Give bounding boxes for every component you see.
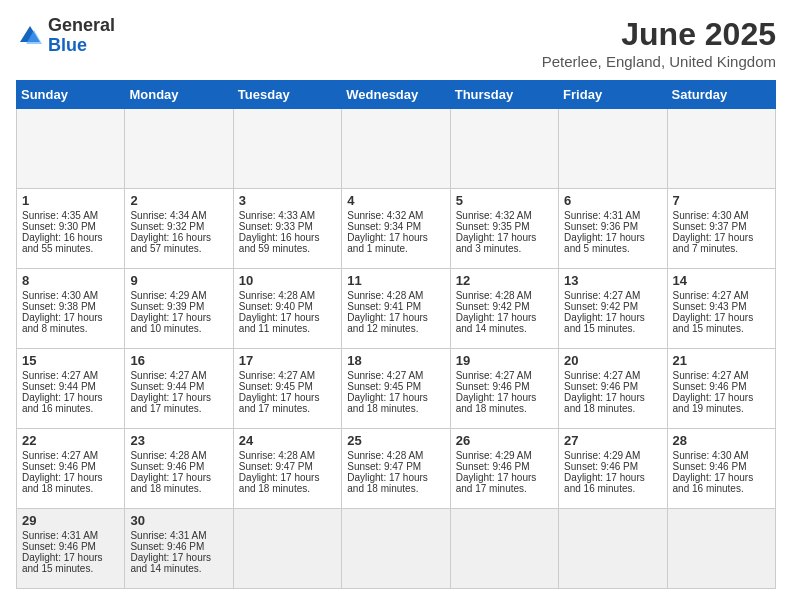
day-number: 17 [239,353,336,368]
calendar-cell [667,509,775,589]
calendar-header-row: SundayMondayTuesdayWednesdayThursdayFrid… [17,81,776,109]
day-header-saturday: Saturday [667,81,775,109]
calendar-cell: 10Sunrise: 4:28 AMSunset: 9:40 PMDayligh… [233,269,341,349]
day-number: 22 [22,433,119,448]
day-info: Sunrise: 4:28 AMSunset: 9:47 PMDaylight:… [239,450,320,494]
calendar-cell [125,109,233,189]
calendar-cell: 30Sunrise: 4:31 AMSunset: 9:46 PMDayligh… [125,509,233,589]
day-number: 28 [673,433,770,448]
calendar-cell: 19Sunrise: 4:27 AMSunset: 9:46 PMDayligh… [450,349,558,429]
calendar-week-row [17,109,776,189]
day-number: 4 [347,193,444,208]
day-info: Sunrise: 4:29 AMSunset: 9:39 PMDaylight:… [130,290,211,334]
calendar-cell: 26Sunrise: 4:29 AMSunset: 9:46 PMDayligh… [450,429,558,509]
calendar-cell: 23Sunrise: 4:28 AMSunset: 9:46 PMDayligh… [125,429,233,509]
calendar-cell [559,109,667,189]
calendar-cell: 7Sunrise: 4:30 AMSunset: 9:37 PMDaylight… [667,189,775,269]
day-number: 7 [673,193,770,208]
calendar-cell: 25Sunrise: 4:28 AMSunset: 9:47 PMDayligh… [342,429,450,509]
day-header-monday: Monday [125,81,233,109]
calendar-cell [342,109,450,189]
day-info: Sunrise: 4:27 AMSunset: 9:46 PMDaylight:… [456,370,537,414]
day-header-tuesday: Tuesday [233,81,341,109]
day-number: 12 [456,273,553,288]
calendar-cell: 15Sunrise: 4:27 AMSunset: 9:44 PMDayligh… [17,349,125,429]
day-info: Sunrise: 4:28 AMSunset: 9:47 PMDaylight:… [347,450,428,494]
day-info: Sunrise: 4:27 AMSunset: 9:45 PMDaylight:… [347,370,428,414]
calendar-cell [342,509,450,589]
calendar-cell: 16Sunrise: 4:27 AMSunset: 9:44 PMDayligh… [125,349,233,429]
calendar-week-row: 8Sunrise: 4:30 AMSunset: 9:38 PMDaylight… [17,269,776,349]
location-subtitle: Peterlee, England, United Kingdom [542,53,776,70]
calendar-cell: 9Sunrise: 4:29 AMSunset: 9:39 PMDaylight… [125,269,233,349]
day-number: 27 [564,433,661,448]
day-number: 5 [456,193,553,208]
calendar-cell: 2Sunrise: 4:34 AMSunset: 9:32 PMDaylight… [125,189,233,269]
calendar-cell: 18Sunrise: 4:27 AMSunset: 9:45 PMDayligh… [342,349,450,429]
day-info: Sunrise: 4:27 AMSunset: 9:42 PMDaylight:… [564,290,645,334]
calendar-cell: 12Sunrise: 4:28 AMSunset: 9:42 PMDayligh… [450,269,558,349]
day-info: Sunrise: 4:31 AMSunset: 9:36 PMDaylight:… [564,210,645,254]
day-info: Sunrise: 4:29 AMSunset: 9:46 PMDaylight:… [456,450,537,494]
day-info: Sunrise: 4:28 AMSunset: 9:41 PMDaylight:… [347,290,428,334]
day-header-sunday: Sunday [17,81,125,109]
title-block: June 2025 Peterlee, England, United King… [542,16,776,70]
day-header-friday: Friday [559,81,667,109]
day-number: 26 [456,433,553,448]
day-number: 13 [564,273,661,288]
day-info: Sunrise: 4:27 AMSunset: 9:45 PMDaylight:… [239,370,320,414]
day-number: 21 [673,353,770,368]
calendar-cell: 13Sunrise: 4:27 AMSunset: 9:42 PMDayligh… [559,269,667,349]
calendar-cell: 21Sunrise: 4:27 AMSunset: 9:46 PMDayligh… [667,349,775,429]
day-number: 29 [22,513,119,528]
day-number: 25 [347,433,444,448]
day-info: Sunrise: 4:28 AMSunset: 9:46 PMDaylight:… [130,450,211,494]
day-number: 14 [673,273,770,288]
calendar-cell: 4Sunrise: 4:32 AMSunset: 9:34 PMDaylight… [342,189,450,269]
calendar-cell: 6Sunrise: 4:31 AMSunset: 9:36 PMDaylight… [559,189,667,269]
logo-blue: Blue [48,35,87,55]
calendar-cell: 1Sunrise: 4:35 AMSunset: 9:30 PMDaylight… [17,189,125,269]
day-number: 15 [22,353,119,368]
day-number: 24 [239,433,336,448]
day-info: Sunrise: 4:27 AMSunset: 9:44 PMDaylight:… [130,370,211,414]
calendar-week-row: 29Sunrise: 4:31 AMSunset: 9:46 PMDayligh… [17,509,776,589]
day-info: Sunrise: 4:28 AMSunset: 9:42 PMDaylight:… [456,290,537,334]
calendar-cell [450,509,558,589]
calendar-cell: 28Sunrise: 4:30 AMSunset: 9:46 PMDayligh… [667,429,775,509]
day-number: 6 [564,193,661,208]
day-info: Sunrise: 4:29 AMSunset: 9:46 PMDaylight:… [564,450,645,494]
day-header-thursday: Thursday [450,81,558,109]
day-number: 23 [130,433,227,448]
calendar-cell [233,109,341,189]
day-number: 9 [130,273,227,288]
day-info: Sunrise: 4:31 AMSunset: 9:46 PMDaylight:… [130,530,211,574]
calendar-cell: 3Sunrise: 4:33 AMSunset: 9:33 PMDaylight… [233,189,341,269]
day-number: 2 [130,193,227,208]
day-info: Sunrise: 4:33 AMSunset: 9:33 PMDaylight:… [239,210,320,254]
day-number: 19 [456,353,553,368]
day-number: 8 [22,273,119,288]
logo-text: General Blue [48,16,115,56]
day-info: Sunrise: 4:30 AMSunset: 9:38 PMDaylight:… [22,290,103,334]
day-info: Sunrise: 4:27 AMSunset: 9:43 PMDaylight:… [673,290,754,334]
calendar-cell: 29Sunrise: 4:31 AMSunset: 9:46 PMDayligh… [17,509,125,589]
logo: General Blue [16,16,115,56]
day-number: 3 [239,193,336,208]
calendar-week-row: 22Sunrise: 4:27 AMSunset: 9:46 PMDayligh… [17,429,776,509]
day-info: Sunrise: 4:32 AMSunset: 9:35 PMDaylight:… [456,210,537,254]
month-title: June 2025 [542,16,776,53]
day-info: Sunrise: 4:30 AMSunset: 9:37 PMDaylight:… [673,210,754,254]
day-info: Sunrise: 4:27 AMSunset: 9:46 PMDaylight:… [22,450,103,494]
logo-general: General [48,15,115,35]
calendar-table: SundayMondayTuesdayWednesdayThursdayFrid… [16,80,776,589]
day-number: 1 [22,193,119,208]
calendar-cell [667,109,775,189]
logo-icon [16,22,44,50]
day-info: Sunrise: 4:27 AMSunset: 9:44 PMDaylight:… [22,370,103,414]
day-number: 18 [347,353,444,368]
calendar-cell: 24Sunrise: 4:28 AMSunset: 9:47 PMDayligh… [233,429,341,509]
calendar-cell [450,109,558,189]
day-info: Sunrise: 4:28 AMSunset: 9:40 PMDaylight:… [239,290,320,334]
calendar-cell: 5Sunrise: 4:32 AMSunset: 9:35 PMDaylight… [450,189,558,269]
